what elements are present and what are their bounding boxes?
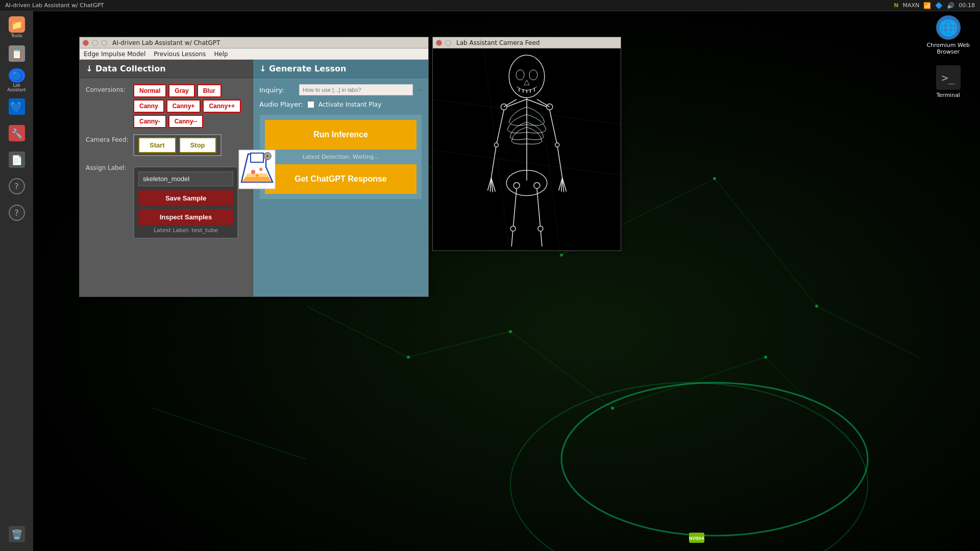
svg-point-79	[534, 183, 540, 189]
sidebar-item-notes[interactable]: 📄	[5, 148, 29, 172]
run-inference-button[interactable]: Run Inference	[265, 120, 416, 149]
camera-window: Lab Assistant Camera Feed	[432, 37, 621, 251]
btn-canny-minusminus[interactable]: Canny--	[168, 115, 204, 128]
svg-point-84	[510, 226, 516, 231]
get-chatgpt-response-button[interactable]: Get ChatGPT Response	[265, 164, 416, 194]
svg-point-24	[407, 356, 410, 359]
sidebar-item-tools[interactable]: 📁 Tools	[5, 15, 29, 40]
svg-point-38	[266, 155, 268, 157]
app-menubar: Edge Impulse Model Previous Lessons Help	[80, 48, 428, 60]
camera-titlebar: Lab Assistant Camera Feed	[433, 37, 621, 48]
camera-close-button[interactable]	[436, 40, 442, 46]
menu-previous-lessons[interactable]: Previous Lessons	[150, 49, 210, 59]
label-input-section: Save Sample Inspect Samples Latest Label…	[133, 166, 238, 239]
sidebar-item-settings[interactable]: 🔧	[5, 121, 29, 146]
svg-point-26	[611, 407, 614, 410]
audio-player-label: Audio Player:	[259, 101, 303, 108]
svg-point-50	[516, 70, 524, 80]
svg-point-87	[555, 143, 559, 147]
camera-feed-display	[433, 48, 621, 251]
stop-button[interactable]: Stop	[179, 137, 216, 153]
inquiry-label: Inquiry:	[259, 86, 295, 94]
camera-feed-section: Camera Feed: Start Stop	[86, 134, 247, 156]
sidebar-item-trash[interactable]: 🗑️	[5, 522, 29, 547]
minimize-button[interactable]	[92, 40, 98, 46]
latest-detection-status: Latest Detection: Waiting...	[265, 154, 416, 160]
btn-canny-plusplus[interactable]: Canny++	[203, 99, 241, 113]
instant-play-checkbox[interactable]	[307, 101, 314, 108]
svg-point-34	[259, 168, 262, 171]
data-collection-header: ↓ Data Collection	[80, 60, 253, 78]
inquiry-arrow-icon: →	[417, 86, 422, 93]
app-title: AI-driven Lab Assistant w/ ChatGPT	[112, 39, 220, 46]
conversions-label: Conversions:	[86, 84, 129, 93]
label-input-field[interactable]	[138, 171, 233, 186]
menu-edge-impulse[interactable]: Edge Impulse Model	[80, 49, 150, 59]
terminal-label: Terminal	[936, 92, 960, 98]
svg-point-63	[547, 104, 553, 110]
app-content: ↓ Data Collection Conversions: Normal Gr…	[80, 60, 428, 296]
btn-canny-plus[interactable]: Canny+	[166, 99, 201, 113]
sidebar-item-code[interactable]: 💙	[5, 95, 29, 119]
svg-point-86	[494, 143, 498, 147]
svg-point-21	[560, 254, 563, 257]
maximize-button[interactable]	[101, 40, 107, 46]
topbar-title: AI-driven Lab Assistant w/ ChatGPT	[0, 2, 894, 9]
svg-rect-42	[270, 155, 272, 157]
conversion-buttons: Normal Gray Blur Canny Canny+ Canny++ Ca…	[133, 84, 247, 128]
svg-rect-30	[251, 153, 263, 162]
wifi-icon: 📶	[923, 2, 931, 9]
desktop-icons: 🌐 Chromium WebBrowser >_ Terminal	[926, 15, 970, 98]
svg-point-33	[251, 170, 255, 174]
nvidia-logo: NVIDIA	[689, 533, 704, 545]
btn-canny-minus[interactable]: Canny-	[133, 115, 166, 128]
btn-gray[interactable]: Gray	[168, 84, 194, 97]
svg-point-27	[764, 356, 767, 359]
btn-blur[interactable]: Blur	[197, 84, 222, 97]
inquiry-input-field[interactable]	[299, 84, 413, 95]
bluetooth-icon: 🔷	[935, 2, 943, 9]
app-titlebar: AI-driven Lab Assistant w/ ChatGPT	[80, 37, 428, 48]
svg-point-23	[815, 305, 818, 308]
sidebar-item-lab-label: LabAssistant	[7, 84, 26, 93]
camera-feed-label: Camera Feed:	[86, 134, 129, 143]
inquiry-row: Inquiry: →	[259, 84, 422, 95]
camera-minimize-button[interactable]	[445, 40, 451, 46]
clock: 00:18	[959, 2, 975, 9]
save-sample-button[interactable]: Save Sample	[138, 190, 233, 206]
btn-normal[interactable]: Normal	[133, 84, 166, 97]
sidebar-item-lab-assistant[interactable]: 🔵 LabAssistant	[5, 68, 29, 93]
right-panel: ↓ Generate Lesson Inquiry: → Audio Playe…	[253, 60, 428, 296]
btn-canny[interactable]: Canny	[133, 99, 164, 113]
desktop-icon-terminal[interactable]: >_ Terminal	[936, 65, 961, 98]
nvidia-tray-icon: N	[894, 2, 898, 9]
conversions-section: Conversions: Normal Gray Blur Canny Cann…	[86, 84, 247, 128]
svg-point-25	[509, 330, 512, 333]
left-panel: ↓ Data Collection Conversions: Normal Gr…	[80, 60, 253, 296]
sidebar-item-filemanager[interactable]: 📋	[5, 42, 29, 66]
generate-lesson-header: ↓ Generate Lesson	[253, 60, 428, 78]
close-button[interactable]	[83, 40, 89, 46]
svg-point-76	[513, 183, 520, 189]
svg-text:NVIDIA: NVIDIA	[689, 536, 704, 541]
assign-label-text: Assign Label:	[86, 162, 129, 171]
svg-rect-39	[266, 152, 268, 154]
chromium-label: Chromium WebBrowser	[926, 42, 970, 55]
sidebar-item-tools-label: Tools	[11, 34, 22, 39]
volume-icon: 🔊	[947, 2, 954, 9]
desktop-icon-chromium[interactable]: 🌐 Chromium WebBrowser	[926, 15, 970, 55]
activate-instant-play-label: Activate Instant Play	[318, 101, 382, 108]
sidebar: 📁 Tools 📋 🔵 LabAssistant 💙 🔧 📄	[0, 11, 33, 551]
sidebar-item-help1[interactable]: ?	[5, 174, 29, 199]
audio-player-row: Audio Player: Activate Instant Play	[259, 101, 422, 108]
inference-panel: Run Inference Latest Detection: Waiting.…	[259, 114, 422, 199]
lab-icon	[238, 149, 276, 190]
start-button[interactable]: Start	[138, 137, 176, 153]
svg-point-51	[529, 70, 537, 80]
sidebar-item-help2[interactable]: ?	[5, 201, 29, 226]
inspect-samples-button[interactable]: Inspect Samples	[138, 209, 233, 225]
topbar: AI-driven Lab Assistant w/ ChatGPT N MAX…	[0, 0, 980, 11]
maxn-label: MAXN	[903, 2, 920, 9]
menu-help[interactable]: Help	[210, 49, 232, 59]
app-window: AI-driven Lab Assistant w/ ChatGPT Edge …	[79, 37, 429, 297]
